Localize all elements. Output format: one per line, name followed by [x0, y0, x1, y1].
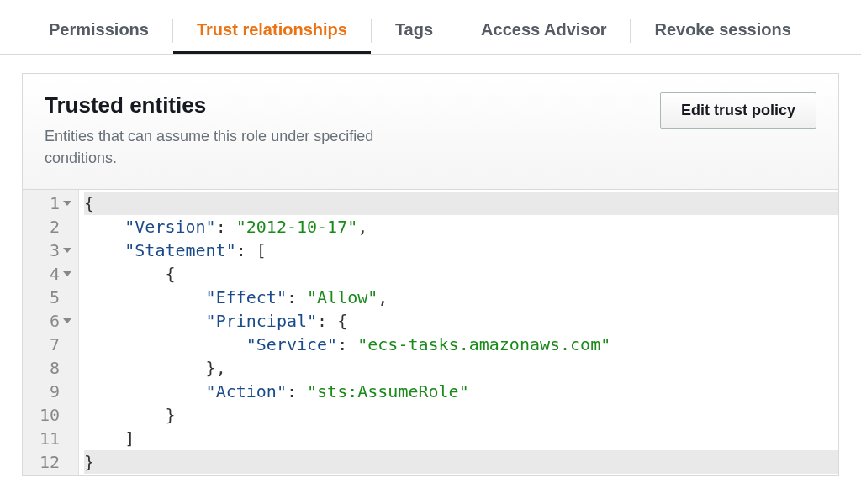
json-key: "Statement"	[124, 240, 235, 260]
json-key: "Action"	[206, 381, 287, 402]
editor-code[interactable]: { "Version": "2012-10-17", "Statement": …	[79, 190, 838, 475]
json-punct: },	[206, 358, 226, 378]
json-key: "Service"	[246, 334, 337, 354]
gutter-line-number: 8	[40, 356, 70, 380]
gutter-line-number: 3	[40, 239, 70, 262]
content-area: Trusted entities Entities that can assum…	[0, 55, 861, 476]
editor-gutter: 123456789101112	[23, 190, 79, 475]
json-punct: :	[337, 334, 357, 354]
code-line[interactable]: },	[84, 356, 838, 380]
edit-trust-policy-button[interactable]: Edit trust policy	[660, 92, 816, 129]
code-line[interactable]: "Version": "2012-10-17",	[84, 215, 838, 239]
json-key: "Effect"	[206, 287, 287, 307]
tabs-bar: Permissions Trust relationships Tags Acc…	[0, 0, 861, 55]
code-line[interactable]: }	[84, 403, 838, 427]
panel-title: Trusted entities	[45, 92, 431, 118]
json-punct: {	[84, 193, 94, 213]
json-punct: ]	[124, 428, 135, 449]
tab-trust-relationships[interactable]: Trust relationships	[173, 8, 371, 54]
json-key: "Principal"	[206, 311, 317, 331]
json-punct: : [	[236, 240, 267, 260]
gutter-line-number: 4	[40, 262, 70, 286]
json-string: "2012-10-17"	[236, 217, 358, 237]
code-line[interactable]: {	[84, 262, 838, 286]
json-string: "ecs-tasks.amazonaws.com"	[357, 334, 610, 354]
json-punct: :	[287, 381, 307, 402]
trusted-entities-panel: Trusted entities Entities that can assum…	[22, 73, 839, 476]
gutter-line-number: 10	[40, 403, 70, 427]
tab-access-advisor[interactable]: Access Advisor	[457, 8, 630, 54]
gutter-line-number: 9	[40, 380, 70, 403]
json-punct: :	[287, 287, 307, 307]
panel-heading-group: Trusted entities Entities that can assum…	[45, 92, 431, 169]
json-punct: ,	[378, 287, 388, 307]
json-string: "sts:AssumeRole"	[307, 381, 469, 402]
code-line[interactable]: "Effect": "Allow",	[84, 286, 838, 309]
json-punct: ,	[357, 217, 367, 237]
json-punct: : {	[317, 311, 347, 331]
indent	[84, 358, 206, 378]
policy-editor[interactable]: 123456789101112 { "Version": "2012-10-17…	[23, 190, 838, 475]
gutter-line-number: 2	[40, 215, 70, 239]
tab-permissions[interactable]: Permissions	[25, 8, 172, 54]
json-string: "Allow"	[307, 287, 378, 307]
indent	[84, 264, 165, 284]
json-punct: }	[165, 405, 175, 425]
gutter-line-number: 6	[40, 309, 70, 333]
json-punct: {	[165, 264, 175, 284]
json-key: "Version"	[124, 217, 215, 237]
indent	[84, 287, 206, 307]
gutter-line-number: 1	[40, 192, 70, 215]
code-line[interactable]: "Principal": {	[84, 309, 838, 333]
tab-tags[interactable]: Tags	[372, 8, 457, 54]
panel-description: Entities that can assume this role under…	[45, 125, 431, 169]
gutter-line-number: 12	[40, 450, 70, 474]
gutter-line-number: 5	[40, 286, 70, 309]
json-punct: :	[216, 217, 236, 237]
code-line[interactable]: "Action": "sts:AssumeRole"	[84, 380, 838, 403]
code-line[interactable]: ]	[84, 427, 838, 450]
code-line[interactable]: }	[84, 450, 838, 474]
indent	[84, 381, 206, 402]
gutter-line-number: 7	[40, 333, 70, 356]
indent	[84, 311, 206, 331]
code-line[interactable]: {	[84, 192, 838, 215]
indent	[84, 240, 124, 260]
panel-header: Trusted entities Entities that can assum…	[23, 74, 838, 190]
json-punct: }	[84, 452, 94, 472]
indent	[84, 405, 165, 425]
indent	[84, 334, 246, 354]
code-line[interactable]: "Service": "ecs-tasks.amazonaws.com"	[84, 333, 838, 356]
indent	[84, 217, 124, 237]
gutter-line-number: 11	[40, 427, 70, 450]
code-line[interactable]: "Statement": [	[84, 239, 838, 262]
tab-revoke-sessions[interactable]: Revoke sessions	[631, 8, 814, 54]
indent	[84, 428, 124, 449]
